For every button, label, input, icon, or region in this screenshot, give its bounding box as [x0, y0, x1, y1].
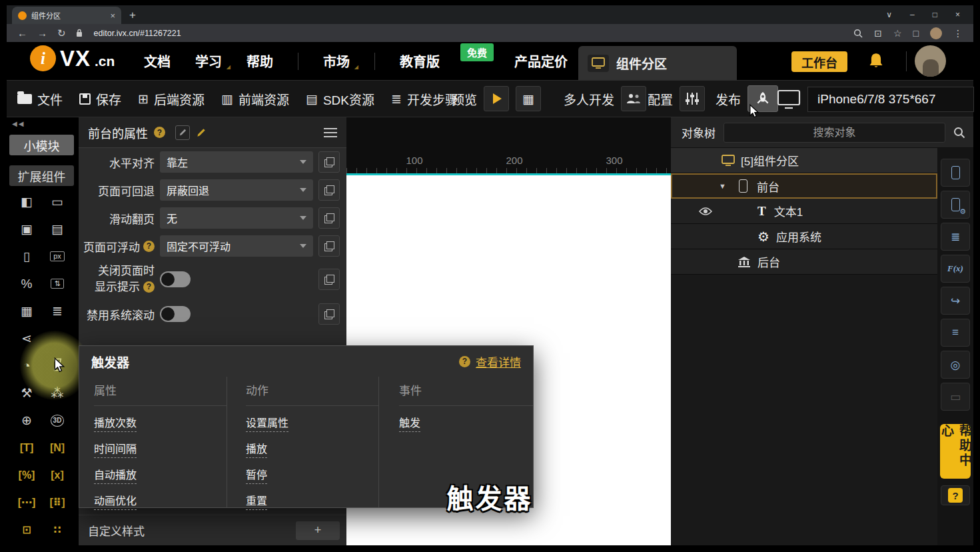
back-icon[interactable]: ←: [17, 28, 27, 38]
steering-icon[interactable]: ⊕: [21, 414, 32, 427]
node-link-icon[interactable]: ⋖: [21, 332, 32, 345]
tree-item-text1[interactable]: T 文本1: [671, 199, 937, 224]
phone-preview-button[interactable]: [941, 159, 970, 187]
text-var-icon[interactable]: [T]: [20, 443, 33, 453]
nav-docs[interactable]: 文档: [144, 51, 171, 71]
popup-item-reset[interactable]: 重置: [246, 492, 267, 510]
qr-code-button[interactable]: ▦: [516, 86, 541, 111]
search-input[interactable]: [724, 123, 945, 143]
tab-close-icon[interactable]: ×: [110, 11, 115, 20]
edit-icon[interactable]: [175, 125, 190, 140]
popup-item-trigger[interactable]: 触发: [399, 414, 420, 432]
window-menu-icon[interactable]: ∨: [886, 10, 892, 19]
close-prompt-toggle[interactable]: [160, 271, 191, 287]
percent-icon[interactable]: %: [21, 277, 33, 290]
browser-menu-icon[interactable]: ⋮: [953, 28, 963, 39]
halign-select[interactable]: 靠左: [160, 151, 313, 173]
exit-button[interactable]: ↪: [941, 287, 970, 315]
frame-icon[interactable]: ▣: [21, 223, 33, 235]
v-slider-icon[interactable]: ⇅: [51, 279, 63, 289]
tree-list-icon[interactable]: ≣: [52, 305, 63, 317]
popup-item-play-count[interactable]: 播放次数: [94, 414, 137, 432]
browser-tab[interactable]: 组件分区 ×: [12, 7, 121, 24]
minimize-icon[interactable]: –: [910, 10, 915, 19]
preview-play-button[interactable]: [484, 86, 509, 111]
functions-button[interactable]: F(x): [941, 255, 970, 283]
nav-market[interactable]: 市场◢: [323, 51, 350, 71]
ivx-logo[interactable]: i VX .cn: [30, 45, 115, 71]
popup-item-interval[interactable]: 时间间隔: [94, 440, 137, 458]
table-icon[interactable]: ▦: [21, 305, 33, 317]
layers-button[interactable]: ≡: [941, 319, 970, 347]
copy-property-button[interactable]: [318, 303, 340, 325]
device-selector[interactable]: iPhone6/7/8 375*667: [807, 87, 974, 112]
array-var-icon[interactable]: [⋯]: [18, 497, 36, 508]
popup-item-set-props[interactable]: 设置属性: [246, 414, 288, 432]
extended-components-button[interactable]: 扩展组件: [9, 165, 74, 186]
object-var-icon[interactable]: [⠿]: [49, 497, 65, 508]
eye-icon[interactable]: [699, 207, 712, 216]
nav-learn[interactable]: 学习◢: [195, 51, 222, 71]
device-monitor-icon[interactable]: [777, 89, 801, 112]
multi-dev-button[interactable]: [621, 86, 646, 111]
zoom-icon[interactable]: [853, 29, 863, 38]
help-icon[interactable]: ?: [459, 356, 470, 367]
popup-item-anim-opt[interactable]: 动画优化: [94, 492, 137, 510]
sitemap-icon[interactable]: ⁂: [51, 387, 64, 399]
popup-item-play[interactable]: 播放: [246, 440, 267, 458]
media-bar-icon[interactable]: ▭: [51, 195, 63, 208]
add-style-button[interactable]: +: [296, 521, 340, 540]
pageback-select[interactable]: 屏蔽回退: [160, 179, 313, 201]
search-icon[interactable]: [945, 127, 973, 139]
browser-profile-avatar[interactable]: [930, 27, 942, 39]
package-icon[interactable]: ⊡: [22, 525, 31, 535]
copy-property-button[interactable]: [318, 269, 340, 290]
bookmark-star-icon[interactable]: ☆: [893, 28, 902, 39]
expression-var-icon[interactable]: [x]: [51, 470, 64, 481]
nav-pricing[interactable]: 产品定价: [514, 51, 568, 71]
tree-item-backend[interactable]: 后台: [671, 249, 937, 275]
copy-property-button[interactable]: [318, 179, 340, 201]
project-tab[interactable]: 组件分区: [578, 46, 737, 80]
number-var-icon[interactable]: [N]: [50, 443, 65, 453]
tree-item-component-area[interactable]: [5]组件分区: [671, 148, 937, 173]
bell-icon[interactable]: [868, 52, 884, 72]
window-close-icon[interactable]: ×: [955, 10, 960, 19]
file-button[interactable]: 文件: [17, 90, 63, 108]
frontend-res-button[interactable]: ▥前端资源: [221, 90, 289, 108]
sdk-res-button[interactable]: ▤SDK资源: [306, 90, 374, 108]
help-icon[interactable]: ?: [143, 241, 155, 252]
edit-gold-icon[interactable]: [196, 127, 207, 138]
nav-education[interactable]: 教育版: [400, 51, 440, 71]
gauge-button[interactable]: ◎: [941, 351, 970, 379]
swipe-select[interactable]: 无: [160, 207, 313, 229]
pixel-icon[interactable]: px: [50, 251, 65, 261]
boolean-var-icon[interactable]: [%]: [19, 470, 35, 481]
help-icon[interactable]: ?: [154, 127, 165, 138]
mobile-icon[interactable]: ▯: [23, 250, 30, 263]
maximize-icon[interactable]: □: [933, 10, 937, 19]
tree-item-app-system[interactable]: ⚙ 应用系统: [671, 224, 937, 249]
panel-button[interactable]: ▭: [941, 383, 970, 411]
config-button[interactable]: [680, 86, 705, 111]
help-question-button[interactable]: ?: [941, 485, 970, 505]
tree-item-frontend[interactable]: ▼ 前台: [671, 173, 937, 199]
system-scroll-toggle[interactable]: [160, 306, 191, 322]
timer-icon[interactable]: ◔: [23, 359, 30, 372]
collapse-sidebar-icon[interactable]: ◀◀: [12, 120, 25, 127]
help-icon[interactable]: ?: [143, 281, 155, 293]
refresh-icon[interactable]: ↻: [57, 28, 66, 38]
backend-res-button[interactable]: ⊞后端资源: [138, 90, 205, 108]
nav-help[interactable]: 帮助: [246, 51, 273, 71]
threed-icon[interactable]: 3D: [51, 415, 65, 427]
copy-property-button[interactable]: [318, 235, 340, 257]
copy-property-button[interactable]: [318, 151, 340, 173]
browser-window-icon[interactable]: □: [913, 28, 919, 39]
small-module-button[interactable]: 小模块: [9, 135, 74, 155]
help-center-button[interactable]: 帮助中心: [940, 424, 971, 479]
workbench-button[interactable]: 工作台: [791, 51, 847, 72]
forward-icon[interactable]: →: [37, 28, 47, 38]
media-clip-icon[interactable]: ◧: [21, 195, 33, 208]
user-avatar[interactable]: [915, 45, 946, 77]
copy-property-button[interactable]: [318, 207, 340, 229]
